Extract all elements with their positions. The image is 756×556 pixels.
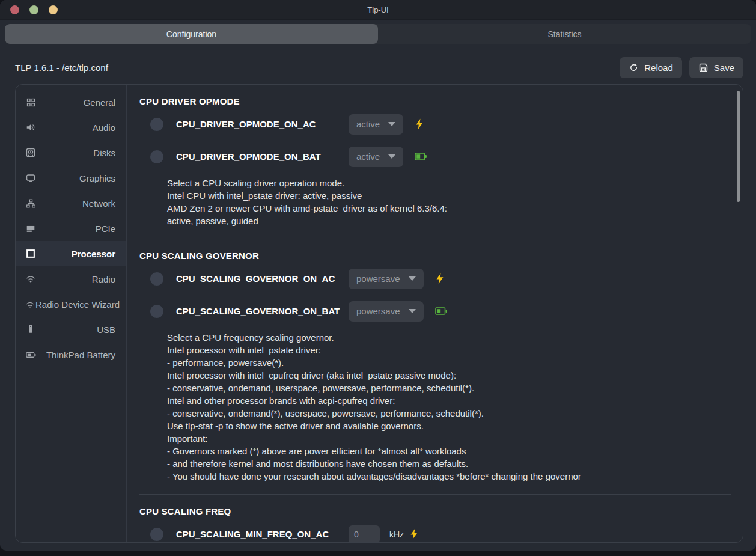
speaker-icon (25, 121, 37, 133)
battery-icon (25, 349, 37, 361)
sidebar-item-label: Radio (92, 274, 115, 284)
value-dropdown[interactable]: active (349, 114, 403, 135)
sidebar-item-label: ThinkPad Battery (46, 350, 115, 360)
minimize-button[interactable] (49, 5, 58, 14)
sidebar-item-label: Graphics (79, 173, 115, 183)
save-label: Save (714, 63, 734, 73)
scrollbar[interactable] (735, 85, 742, 542)
scrollbar-thumb[interactable] (737, 91, 740, 202)
unit-label: kHz (389, 530, 407, 539)
sidebar-item-label: Network (82, 198, 115, 209)
tab-statistics[interactable]: Statistics (378, 24, 751, 44)
setting-row: CPU_SCALING_MIN_FREQ_ON_AC kHz (139, 519, 731, 542)
pcie-card-icon (25, 222, 37, 234)
close-button[interactable] (10, 5, 19, 14)
section-divider (139, 494, 731, 495)
sidebar-item-label: USB (97, 325, 115, 335)
section-title: CPU DRIVER OPMODE (139, 96, 731, 106)
enable-toggle[interactable] (150, 118, 163, 131)
reload-label: Reload (644, 63, 673, 73)
sidebar-item-network[interactable]: Network (16, 191, 126, 216)
section-title: CPU SCALING GOVERNOR (139, 251, 731, 261)
value-dropdown[interactable]: active (349, 147, 403, 167)
ac-power-icon (409, 528, 419, 540)
maximize-button[interactable] (29, 5, 38, 14)
setting-description: Select a CPU frequency scaling governor.… (167, 331, 731, 483)
grid-icon (25, 96, 37, 108)
window-controls (10, 5, 58, 14)
sidebar-item-label: General (84, 97, 115, 108)
enable-toggle[interactable] (150, 150, 163, 163)
value-dropdown[interactable]: powersave (349, 269, 424, 289)
sidebar-item-disks[interactable]: Disks (16, 140, 126, 165)
ac-power-icon (415, 118, 424, 130)
enable-toggle[interactable] (150, 528, 163, 541)
dropdown-value: active (356, 151, 380, 162)
sidebar-item-pcie[interactable]: PCIe (16, 216, 126, 241)
chevron-down-icon (409, 309, 416, 313)
sidebar-item-radio[interactable]: Radio (16, 266, 126, 292)
save-button[interactable]: Save (689, 57, 743, 78)
config-header: TLP 1.6.1 - /etc/tlp.conf Reload Save (0, 57, 756, 78)
section-title: CPU SCALING FREQ (139, 506, 731, 516)
usb-stick-icon (25, 323, 37, 335)
sidebar-item-label: PCIe (96, 224, 115, 234)
enable-toggle[interactable] (150, 305, 163, 318)
sidebar-item-graphics[interactable]: Graphics (16, 165, 126, 191)
frequency-input[interactable] (349, 525, 380, 543)
sidebar-item-label: Processor (72, 249, 115, 259)
network-icon (25, 197, 37, 209)
titlebar: Tlp-UI (0, 0, 756, 20)
setting-row: CPU_DRIVER_OPMODE_ON_AC active (139, 109, 731, 139)
chevron-down-icon (388, 154, 395, 159)
setting-row: CPU_SCALING_GOVERNOR_ON_BAT powersave (139, 296, 731, 326)
window-title: Tlp-UI (0, 5, 756, 14)
setting-description: Select a CPU scaling driver operation mo… (167, 177, 731, 227)
value-dropdown[interactable]: powersave (349, 301, 424, 322)
battery-icon (415, 152, 427, 161)
disk-icon (25, 147, 37, 159)
setting-label: CPU_SCALING_GOVERNOR_ON_BAT (176, 306, 349, 316)
dropdown-value: powersave (356, 306, 400, 316)
category-sidebar: General Audio Disks Graphics (16, 85, 127, 542)
enable-toggle[interactable] (150, 272, 163, 286)
sidebar-item-usb[interactable]: USB (16, 317, 126, 342)
setting-label: CPU_SCALING_MIN_FREQ_ON_AC (176, 529, 349, 539)
setting-row: CPU_DRIVER_OPMODE_ON_BAT active (139, 142, 731, 171)
chevron-down-icon (409, 276, 416, 281)
mode-tabbar: Configuration Statistics (5, 24, 751, 44)
monitor-icon (25, 172, 37, 184)
sidebar-item-label: Audio (93, 123, 115, 133)
reload-button[interactable]: Reload (620, 57, 682, 78)
ac-power-icon (435, 273, 445, 284)
wifi-wizard-icon (25, 298, 35, 310)
wifi-icon (25, 273, 37, 285)
sidebar-item-label: Radio Device Wizard (35, 299, 120, 310)
sidebar-item-audio[interactable]: Audio (16, 115, 126, 140)
desktop-edge (0, 551, 756, 556)
sidebar-item-label: Disks (93, 148, 115, 158)
reload-icon (629, 63, 639, 73)
setting-label: CPU_DRIVER_OPMODE_ON_BAT (176, 151, 349, 162)
sidebar-item-radio-device-wizard[interactable]: Radio Device Wizard (16, 292, 126, 317)
tab-configuration[interactable]: Configuration (5, 24, 378, 44)
config-file-title: TLP 1.6.1 - /etc/tlp.conf (15, 63, 108, 73)
section-divider (139, 239, 731, 239)
chevron-down-icon (388, 122, 395, 126)
sidebar-item-processor[interactable]: Processor (16, 241, 126, 266)
save-icon (698, 63, 709, 73)
settings-content: CPU DRIVER OPMODE CPU_DRIVER_OPMODE_ON_A… (127, 85, 743, 542)
battery-icon (435, 307, 448, 316)
cpu-icon (25, 248, 37, 260)
setting-label: CPU_DRIVER_OPMODE_ON_AC (176, 119, 349, 129)
app-window: Tlp-UI Configuration Statistics TLP 1.6.… (0, 0, 756, 551)
dropdown-value: powersave (356, 273, 400, 284)
setting-label: CPU_SCALING_GOVERNOR_ON_AC (176, 273, 349, 284)
dropdown-value: active (356, 119, 380, 129)
settings-panel: General Audio Disks Graphics (15, 84, 743, 543)
sidebar-item-thinkpad-battery[interactable]: ThinkPad Battery (16, 342, 126, 367)
setting-row: CPU_SCALING_GOVERNOR_ON_AC powersave (139, 264, 731, 293)
sidebar-item-general[interactable]: General (16, 90, 126, 115)
